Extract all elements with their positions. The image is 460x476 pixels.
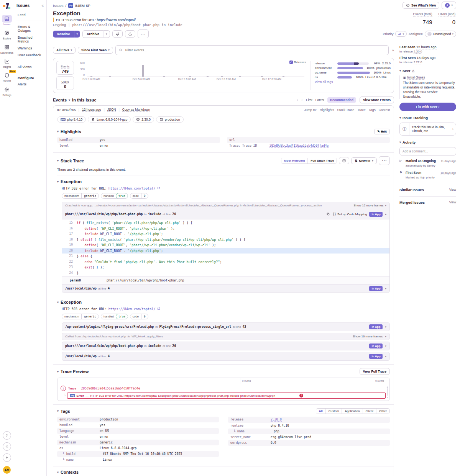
graph-users-stat[interactable]: Users 0 [56, 76, 74, 90]
sentry-logo[interactable] [3, 2, 11, 10]
code-line[interactable]: 15if ( file_exists( 'phar://wp-cli.phar/… [62, 220, 389, 226]
sidebar-item-errors-outages[interactable]: Errors & Outages [16, 23, 44, 34]
code-line[interactable]: 23 exit( 1 ); [62, 265, 389, 270]
tag-filter-custom[interactable]: Custom [325, 409, 342, 414]
fix-with-seer-button[interactable]: Fix with Seer › [399, 103, 456, 111]
rail-item-prevent[interactable]: BetaPrevent [0, 72, 13, 82]
stacktrace-header[interactable]: ▾Stack Trace [57, 159, 84, 163]
stack-frame[interactable]: phar:///usr/local/bin/wp/php/boot-phar.p… [62, 342, 390, 350]
code-line[interactable]: 22 echo "Couldn't find 'php/wp-cli.php'.… [62, 259, 389, 265]
event-histogram[interactable]: ✓ Releases 6003000 Dec 1 6:00 AMDec 5 6:… [78, 61, 307, 90]
jump-link-tags[interactable]: Tags [369, 108, 376, 112]
archive-button[interactable]: Archive [82, 30, 103, 38]
expand-frame-icon[interactable]: ▾ [385, 335, 386, 338]
trace-error-row[interactable]: php Error— HTTP 503 error for URL: https… [67, 393, 386, 399]
collapse-frame-icon[interactable]: ▴ [385, 213, 386, 216]
breadcrumb-issues-link[interactable]: Issues [53, 3, 63, 8]
merged-issues-view-link[interactable]: View [449, 200, 456, 204]
code-line[interactable]: 21} else { [62, 254, 389, 259]
trace-scrollbar[interactable]: ▲▼ [386, 386, 389, 398]
code-line[interactable]: 18} elseif ( file_exists( 'phar://wp-cli… [62, 237, 389, 243]
highlights-header[interactable]: ▾Highlights [57, 129, 81, 134]
activity-time[interactable]: 18 days ago [440, 171, 456, 175]
in-app-toggle[interactable]: In App [369, 286, 383, 291]
jump-link-context[interactable]: Context [379, 108, 390, 112]
event-id-value[interactable]: ae42f765 [62, 108, 76, 112]
sidebar-item-warnings[interactable]: Warnings [16, 45, 44, 52]
event-chip-package[interactable]: 2.30.0 [133, 116, 154, 123]
environment-filter[interactable]: All Envs▾ [53, 47, 76, 54]
stack-frame-collapsed[interactable]: /usr/local/bin/wp at line 4 In App ▾ [62, 284, 389, 293]
toggle-full-stack-trace[interactable]: Full Stack Trace [307, 158, 337, 164]
priority-dropdown[interactable]: ▾ [395, 31, 407, 37]
contexts-header[interactable]: ▾Contexts [57, 470, 79, 474]
legend-row-os[interactable]: os100%Linux 6.8.0-1044-g... [315, 75, 391, 79]
tag-filter-other[interactable]: Other [376, 409, 389, 414]
comment-input[interactable] [399, 147, 456, 155]
code-line[interactable]: 16 define( 'WP_CLI_ROOT', 'phar://wp-cli… [62, 226, 389, 232]
tag-filter-all[interactable]: All [316, 409, 325, 414]
jump-link-highlights[interactable]: Highlights [320, 108, 334, 112]
expand-frame-icon[interactable]: ▾ [385, 287, 386, 290]
resolve-button[interactable]: Resolve [53, 31, 74, 38]
sidebar-collapse-icon[interactable]: « [41, 3, 44, 8]
expand-frame-icon[interactable]: ▾ [385, 326, 386, 329]
code-line[interactable]: 19 define( 'WP_CLI_ROOT', 'phar://wp-cli… [62, 242, 389, 248]
stack-frame[interactable]: /usr/local/bin/wpat line4In App▾ [62, 352, 390, 361]
in-app-toggle[interactable]: In App [369, 354, 383, 359]
events-total-label[interactable]: Events (total) [413, 12, 432, 16]
issue-tracking-header[interactable]: ▾Issue Tracking [399, 116, 456, 120]
whats-new-button[interactable]: See What's New [402, 2, 440, 9]
copy-markdown-link[interactable]: Copy as Markdown [122, 108, 150, 112]
legend-row-environment[interactable]: environment100%production [315, 66, 391, 70]
mute-bell-icon[interactable] [112, 30, 123, 38]
event-nav-recommended[interactable]: Recommended [327, 97, 356, 103]
next-event-icon[interactable]: › [301, 98, 302, 102]
activity-time[interactable]: 11 days ago [441, 159, 456, 163]
expand-panel-icon[interactable]: » [392, 48, 394, 52]
search-input[interactable] [125, 48, 386, 52]
event-timestamp[interactable]: 12 hours ago [82, 108, 101, 112]
rail-item-insights[interactable]: Insights [0, 57, 13, 68]
event-nav-first[interactable]: First [306, 98, 312, 102]
view-full-trace-button[interactable]: View Full Trace [360, 368, 390, 375]
sidebar-item-all-views[interactable]: All Views [16, 64, 44, 70]
legend-row-release[interactable]: release68%2.25.0 [315, 62, 391, 65]
rail-item-dashboards[interactable]: Dashboards [0, 43, 13, 54]
account-menu-button[interactable]: ▾ [442, 2, 456, 9]
stack-frame-active[interactable]: phar:///usr/local/bin/wp/php/boot-phar.p… [62, 209, 389, 219]
date-range-filter[interactable]: Since First Seen▾ [78, 47, 113, 54]
event-chip-window[interactable]: production [156, 116, 184, 123]
last-seen-release-link[interactable]: 2.30.0 [414, 50, 422, 54]
user-avatar[interactable]: AM [3, 466, 11, 474]
first-seen-value[interactable]: 18 days ago [417, 56, 435, 60]
first-seen-release-link[interactable]: 2.22.0 [414, 61, 422, 64]
show-more-frames-1[interactable]: Show 12 more frames▾ [353, 204, 386, 207]
expand-frame-icon[interactable]: ▾ [385, 345, 386, 348]
rail-item-explore[interactable]: Explore [0, 29, 13, 40]
graph-events-stat[interactable]: Events 749 [56, 61, 74, 75]
edit-highlights-button[interactable]: ✎ Edit [374, 129, 390, 134]
tag-filter-application[interactable]: Application [342, 409, 362, 414]
events-dropdown[interactable]: Events [53, 98, 67, 102]
sidebar-item-breached-metrics[interactable]: Breached Metrics [16, 34, 44, 45]
exception-1-url-link[interactable]: https://84em.com/toptal/ [108, 186, 156, 190]
tag-value[interactable]: 2.30.0 [271, 418, 282, 422]
issue-tracking-card[interactable]: ⓘ Track this issue in Jira, GitHub, etc.… [399, 123, 456, 136]
jump-link-stack-trace[interactable]: Stack Trace [337, 108, 354, 112]
rail-item-settings[interactable]: Settings [0, 86, 13, 97]
in-app-toggle[interactable]: In App [369, 344, 383, 348]
json-link[interactable]: JSON [107, 108, 116, 112]
issue-status[interactable]: Ongoing [53, 23, 66, 27]
setup-code-mapping-link[interactable]: {}Set up Code Mapping [332, 213, 367, 216]
legend-row-os.name[interactable]: os.name100%Linux [315, 71, 391, 74]
sidebar-item-user-feedback[interactable]: User Feedback [16, 52, 44, 59]
sort-newest-dropdown[interactable]: ⇅ Newest▾ [351, 157, 376, 164]
trace-root-row[interactable]: 1 Trace — 205d9d8bc3ad4156aa16ab4d50ffad… [58, 384, 389, 392]
code-line[interactable]: 17 include WP_CLI_ROOT . '/php/wp-cli.ph… [62, 231, 389, 237]
event-chip-linux[interactable]: Linux 6.8.0-1044-gcp [88, 116, 131, 123]
code-line-active[interactable]: 20 include WP_CLI_ROOT . '/php/wp-cli.ph… [62, 248, 389, 254]
sidebar-item-alerts[interactable]: Alerts [16, 81, 44, 88]
raw-stacktrace-icon[interactable] [339, 157, 349, 164]
archive-dropdown-icon[interactable]: ▾ [103, 30, 110, 38]
